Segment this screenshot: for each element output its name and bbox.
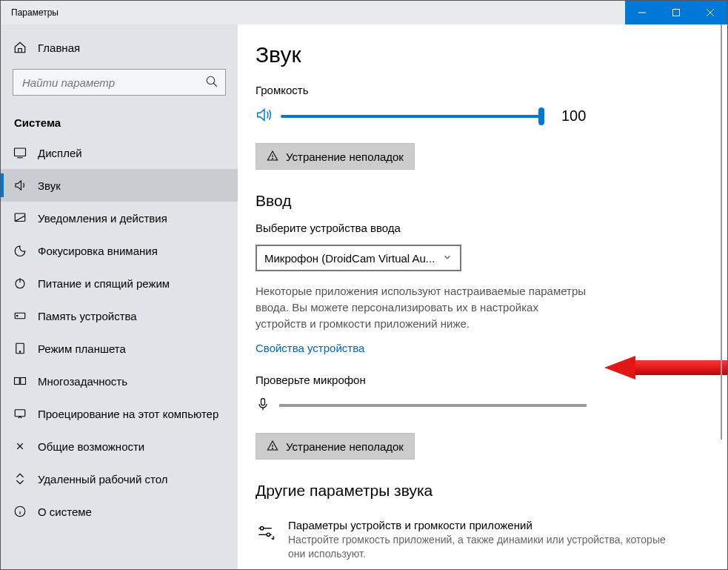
caption-buttons: [625, 1, 727, 24]
sidebar-item-tablet[interactable]: Режим планшета: [1, 332, 238, 365]
troubleshoot-input-button[interactable]: Устранение неполадок: [256, 433, 415, 460]
storage-icon: [13, 309, 27, 322]
sidebar-item-label: Режим планшета: [38, 342, 126, 355]
svg-rect-17: [21, 378, 26, 385]
svg-point-30: [261, 527, 264, 530]
chevron-down-icon: [442, 252, 453, 265]
search-input[interactable]: [13, 69, 226, 96]
sidebar-item-label: Уведомления и действия: [38, 212, 167, 225]
close-button[interactable]: [693, 1, 727, 24]
multitask-icon: [13, 374, 27, 388]
sidebar-item-about[interactable]: О системе: [1, 495, 238, 528]
sidebar-item-display[interactable]: Дисплей: [1, 136, 238, 169]
warning-icon: [267, 440, 278, 454]
sidebar-item-remote[interactable]: Удаленный рабочий стол: [1, 463, 238, 495]
input-device-dropdown[interactable]: Микрофон (DroidCam Virtual Au...: [256, 245, 461, 271]
sidebar-item-label: Многозадачность: [38, 375, 127, 388]
sidebar-category: Система: [1, 103, 238, 136]
sidebar-item-focus[interactable]: Фокусировка внимания: [1, 234, 238, 267]
sidebar-item-multitask[interactable]: Многозадачность: [1, 365, 238, 397]
sidebar-item-shared[interactable]: Общие возможности: [1, 430, 238, 463]
projecting-icon: [13, 407, 27, 420]
search-box: [13, 69, 226, 96]
microphone-icon: [256, 397, 270, 414]
sidebar-item-storage[interactable]: Память устройства: [1, 299, 238, 332]
sidebar-item-sound[interactable]: Звук: [1, 169, 238, 202]
sidebar: Главная Система Дисплей Звук Уведомлен: [1, 24, 238, 569]
search-icon: [205, 75, 218, 90]
svg-point-15: [19, 351, 21, 353]
home-icon: [13, 41, 27, 54]
window-title: Параметры: [1, 7, 59, 18]
svg-point-27: [273, 448, 273, 448]
button-label: Устранение неполадок: [286, 150, 404, 163]
sidebar-item-label: Удаленный рабочий стол: [38, 473, 167, 486]
minimize-button[interactable]: [625, 1, 659, 24]
power-icon: [13, 276, 27, 290]
button-label: Устранение неполадок: [286, 440, 404, 453]
sidebar-home-label: Главная: [38, 42, 80, 54]
notifications-icon: [13, 211, 27, 225]
app-volume-title: Параметры устройств и громкости приложен…: [288, 519, 685, 531]
svg-line-5: [213, 83, 217, 87]
sound-icon: [13, 179, 27, 192]
sidebar-item-label: Проецирование на этот компьютер: [38, 408, 218, 420]
svg-point-13: [17, 315, 19, 317]
volume-slider[interactable]: [281, 115, 544, 118]
other-section-heading: Другие параметры звука: [256, 482, 705, 500]
mic-level-bar: [279, 404, 587, 407]
input-description: Некоторые приложения используют настраив…: [256, 283, 589, 331]
svg-line-9: [15, 216, 25, 222]
tablet-icon: [13, 342, 27, 355]
remote-icon: [13, 472, 27, 486]
app-volume-option[interactable]: Параметры устройств и громкости приложен…: [256, 511, 685, 561]
speaker-icon: [256, 107, 272, 125]
troubleshoot-output-button[interactable]: Устранение неполадок: [256, 143, 415, 170]
scrollbar[interactable]: [717, 24, 726, 569]
sidebar-item-projecting[interactable]: Проецирование на этот компьютер: [1, 397, 238, 430]
app-volume-desc: Настройте громкость приложений, а также …: [288, 533, 685, 561]
warning-icon: [267, 150, 278, 164]
svg-rect-6: [15, 148, 26, 156]
volume-value: 100: [561, 107, 586, 125]
svg-rect-24: [261, 399, 265, 405]
about-icon: [13, 505, 27, 518]
dropdown-value: Микрофон (DroidCam Virtual Au...: [264, 252, 435, 265]
page-title: Звук: [256, 42, 705, 67]
focus-icon: [13, 244, 27, 257]
choose-input-label: Выберите устройства ввода: [256, 222, 705, 234]
maximize-button[interactable]: [659, 1, 693, 24]
sidebar-item-label: О системе: [38, 506, 92, 518]
app-volume-icon: [256, 522, 275, 543]
sidebar-item-label: Общие возможности: [38, 440, 144, 453]
svg-rect-18: [15, 410, 25, 417]
svg-point-23: [273, 158, 273, 159]
svg-rect-16: [15, 378, 20, 385]
sidebar-item-notifications[interactable]: Уведомления и действия: [1, 202, 238, 234]
sidebar-home[interactable]: Главная: [1, 33, 238, 62]
svg-point-31: [267, 533, 270, 536]
sidebar-item-label: Звук: [38, 179, 61, 192]
sidebar-item-label: Питание и спящий режим: [38, 277, 170, 290]
sidebar-item-label: Память устройства: [38, 310, 137, 322]
svg-rect-1: [673, 10, 680, 16]
slider-thumb[interactable]: [538, 107, 544, 125]
svg-point-4: [207, 76, 215, 84]
shared-icon: [13, 440, 27, 453]
display-icon: [13, 146, 27, 159]
nav-list: Дисплей Звук Уведомления и действия Фоку…: [1, 136, 238, 528]
test-mic-label: Проверьте микрофон: [256, 374, 705, 386]
main-content: Звук Громкость 100 Устранение неполадок …: [238, 24, 727, 569]
volume-label: Громкость: [256, 84, 705, 96]
volume-slider-row: 100: [256, 107, 705, 125]
titlebar: Параметры: [1, 1, 727, 24]
input-section-heading: Ввод: [256, 192, 705, 210]
mic-test-row: [256, 397, 705, 414]
sidebar-item-power[interactable]: Питание и спящий режим: [1, 267, 238, 299]
device-properties-link[interactable]: Свойства устройства: [256, 342, 364, 354]
sidebar-item-label: Дисплей: [38, 147, 82, 159]
sidebar-item-label: Фокусировка внимания: [38, 245, 158, 257]
